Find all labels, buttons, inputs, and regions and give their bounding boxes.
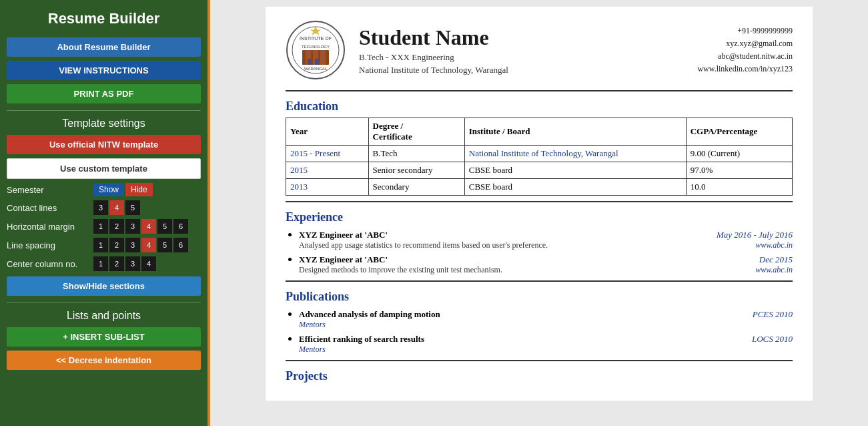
svg-rect-9 xyxy=(315,59,318,65)
edu-cgpa-1: 9.00 (Current) xyxy=(686,146,792,162)
svg-rect-7 xyxy=(320,50,326,65)
horizontal-margin-label: Horizontal margin xyxy=(7,222,93,232)
pub-title-2: Efficient ranking of search results xyxy=(299,334,424,345)
semester-row: Semester Show Hide xyxy=(7,183,201,196)
ls-btn-1[interactable]: 1 xyxy=(93,238,108,252)
about-button[interactable]: About Resume Builder xyxy=(7,37,201,57)
divider-2 xyxy=(7,302,201,303)
pub-row-1: Advanced analysis of damping motion PCES… xyxy=(299,309,793,320)
insert-sub-list-button[interactable]: + Insert sub-list xyxy=(7,327,201,347)
exp-link-2: www.abc.in xyxy=(755,265,793,275)
cc-btn-2[interactable]: 2 xyxy=(109,256,124,271)
semester-label: Semester xyxy=(7,185,93,195)
center-column-btns: 1 2 3 4 xyxy=(93,256,156,271)
ls-btn-4[interactable]: 4 xyxy=(141,238,156,252)
resume-name-block: Student Name B.Tech - XXX Engineering Na… xyxy=(359,25,697,75)
pub-title-1: Advanced analysis of damping motion xyxy=(299,309,440,320)
line-spacing-label: Line spacing xyxy=(7,240,93,250)
center-column-label: Center column no. xyxy=(7,259,93,269)
header-divider xyxy=(286,90,793,91)
hm-btn-2[interactable]: 2 xyxy=(109,219,124,234)
divider-1 xyxy=(7,110,201,111)
publications-list: Advanced analysis of damping motion PCES… xyxy=(286,308,793,355)
official-template-button[interactable]: Use official NITW template xyxy=(7,135,201,154)
contact-email1: xyz.xyz@gmail.com xyxy=(697,37,793,50)
edu-col-cgpa: CGPA/Percentage xyxy=(686,118,792,146)
pub-row-2: Efficient ranking of search results LOCS… xyxy=(299,334,793,345)
svg-text:TECHNOLOGY: TECHNOLOGY xyxy=(302,45,330,49)
edu-institute-2: CBSE board xyxy=(464,162,686,179)
edu-degree-2: Senior secondary xyxy=(368,162,464,179)
edu-col-year: Year xyxy=(286,118,369,146)
contact-lines-btn-2[interactable]: 4 xyxy=(109,200,124,215)
left-panel: Resume Builder About Resume Builder VIEW… xyxy=(0,0,210,426)
decrease-indentation-button[interactable]: << Decrese indentation xyxy=(7,351,201,370)
lists-and-points-heading: Lists and points xyxy=(7,310,201,322)
edu-table-header: Year Degree /Certificate Institute / Boa… xyxy=(286,118,793,146)
ls-btn-6[interactable]: 6 xyxy=(173,238,188,252)
exp-desc-1: Analysed app usage statistics to recomme… xyxy=(299,240,548,250)
right-panel: INSTITUTE OF TECHNOLOGY WARANGAL Student… xyxy=(210,0,868,426)
semester-show-button[interactable]: Show xyxy=(93,183,124,196)
print-button[interactable]: PRINT AS PDF xyxy=(7,84,201,103)
contact-email2: abc@student.nitw.ac.in xyxy=(697,50,793,63)
hm-btn-3[interactable]: 3 xyxy=(125,219,140,234)
table-row: 2015 Senior secondary CBSE board 97.0% xyxy=(286,162,793,179)
app-title: Resume Builder xyxy=(7,7,201,31)
cc-btn-1[interactable]: 1 xyxy=(93,256,108,271)
svg-marker-11 xyxy=(311,27,320,35)
resume-header: INSTITUTE OF TECHNOLOGY WARANGAL Student… xyxy=(286,20,793,80)
edu-col-institute: Institute / Board xyxy=(464,118,686,146)
publications-divider xyxy=(286,360,793,361)
ls-btn-2[interactable]: 2 xyxy=(109,238,124,252)
edu-year-1: 2015 - Present xyxy=(286,146,369,162)
hm-btn-4[interactable]: 4 xyxy=(141,219,156,234)
pub-subtitle-1: Mentors xyxy=(299,320,793,330)
ls-btn-5[interactable]: 5 xyxy=(157,238,172,252)
contact-lines-btn-3[interactable]: 5 xyxy=(125,200,140,215)
experience-divider xyxy=(286,280,793,282)
education-divider xyxy=(286,201,793,202)
contact-lines-label: Contact lines xyxy=(7,203,93,213)
hm-btn-1[interactable]: 1 xyxy=(93,219,108,234)
semester-hide-button[interactable]: Hide xyxy=(125,183,153,196)
contact-lines-btn-1[interactable]: 3 xyxy=(93,200,108,215)
cc-btn-3[interactable]: 3 xyxy=(125,256,140,271)
horizontal-margin-row: Horizontal margin 1 2 3 4 5 6 xyxy=(7,219,201,234)
student-degree: B.Tech - XXX Engineering xyxy=(359,52,697,63)
edu-institute-3: CBSE board xyxy=(464,179,686,196)
show-hide-sections-button[interactable]: Show/Hide sections xyxy=(7,276,201,296)
edu-col-degree: Degree /Certificate xyxy=(368,118,464,146)
exp-desc-row-2: Designed methods to improve the existing… xyxy=(299,265,793,275)
table-row: 2013 Secondary CBSE board 10.0 xyxy=(286,179,793,196)
contact-linkedin: www.linkedin.com/in/xyz123 xyxy=(697,63,793,75)
template-settings-heading: Template settings xyxy=(7,118,201,130)
student-name: Student Name xyxy=(359,25,697,50)
publications-heading: Publications xyxy=(286,290,793,304)
edu-year-2: 2015 xyxy=(286,162,369,179)
experience-heading: Experience xyxy=(286,210,793,224)
pub-subtitle-2: Mentors xyxy=(299,345,793,355)
edu-cgpa-3: 10.0 xyxy=(686,179,792,196)
exp-desc-row-1: Analysed app usage statistics to recomme… xyxy=(299,240,793,250)
resume-document: INSTITUTE OF TECHNOLOGY WARANGAL Student… xyxy=(266,7,813,401)
cc-btn-4[interactable]: 4 xyxy=(141,256,156,271)
exp-date-2: Dec 2015 xyxy=(759,254,793,265)
hm-btn-6[interactable]: 6 xyxy=(173,219,188,234)
education-heading: Education xyxy=(286,99,793,114)
instructions-button[interactable]: VIEW INSTRUCTIONS xyxy=(7,61,201,80)
list-item: XYZ Engineer at 'ABC' Dec 2015 Designed … xyxy=(299,253,793,275)
edu-degree-3: Secondary xyxy=(368,179,464,196)
education-table: Year Degree /Certificate Institute / Boa… xyxy=(286,118,793,196)
custom-template-button[interactable]: Use custom template xyxy=(7,158,201,179)
list-item: Efficient ranking of search results LOCS… xyxy=(299,333,793,355)
exp-title-2: XYZ Engineer at 'ABC' xyxy=(299,254,388,265)
pub-venue-2: LOCS 2010 xyxy=(752,334,793,345)
list-item: Advanced analysis of damping motion PCES… xyxy=(299,308,793,330)
horizontal-margin-btns: 1 2 3 4 5 6 xyxy=(93,219,188,234)
ls-btn-3[interactable]: 3 xyxy=(125,238,140,252)
hm-btn-5[interactable]: 5 xyxy=(157,219,172,234)
svg-text:WARANGAL: WARANGAL xyxy=(304,67,328,71)
exp-date-1: May 2016 - July 2016 xyxy=(717,230,793,240)
projects-heading: Projects xyxy=(286,369,793,383)
